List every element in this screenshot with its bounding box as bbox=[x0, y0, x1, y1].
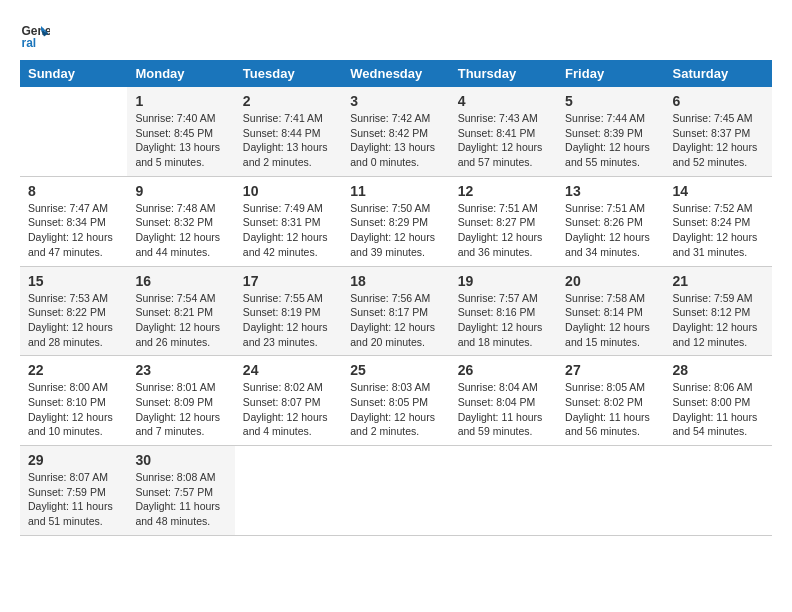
day-number: 17 bbox=[243, 273, 334, 289]
logo-icon: Gene ral bbox=[20, 20, 50, 50]
cell-content: Sunrise: 7:56 AM Sunset: 8:17 PM Dayligh… bbox=[350, 291, 441, 350]
calendar-cell: 28 Sunrise: 8:06 AM Sunset: 8:00 PM Dayl… bbox=[665, 356, 772, 446]
cell-content: Sunrise: 8:06 AM Sunset: 8:00 PM Dayligh… bbox=[673, 380, 764, 439]
calendar-cell: 5 Sunrise: 7:44 AM Sunset: 8:39 PM Dayli… bbox=[557, 87, 664, 176]
cell-content: Sunrise: 7:58 AM Sunset: 8:14 PM Dayligh… bbox=[565, 291, 656, 350]
svg-text:ral: ral bbox=[22, 36, 37, 50]
day-number: 16 bbox=[135, 273, 226, 289]
calendar-cell bbox=[342, 446, 449, 536]
calendar-cell bbox=[20, 87, 127, 176]
cell-content: Sunrise: 7:44 AM Sunset: 8:39 PM Dayligh… bbox=[565, 111, 656, 170]
calendar-cell: 21 Sunrise: 7:59 AM Sunset: 8:12 PM Dayl… bbox=[665, 266, 772, 356]
day-number: 22 bbox=[28, 362, 119, 378]
cell-content: Sunrise: 8:00 AM Sunset: 8:10 PM Dayligh… bbox=[28, 380, 119, 439]
column-header-tuesday: Tuesday bbox=[235, 60, 342, 87]
calendar-cell bbox=[450, 446, 557, 536]
day-number: 20 bbox=[565, 273, 656, 289]
calendar-cell: 26 Sunrise: 8:04 AM Sunset: 8:04 PM Dayl… bbox=[450, 356, 557, 446]
calendar-week-row: 22 Sunrise: 8:00 AM Sunset: 8:10 PM Dayl… bbox=[20, 356, 772, 446]
cell-content: Sunrise: 8:05 AM Sunset: 8:02 PM Dayligh… bbox=[565, 380, 656, 439]
cell-content: Sunrise: 7:48 AM Sunset: 8:32 PM Dayligh… bbox=[135, 201, 226, 260]
calendar-cell: 4 Sunrise: 7:43 AM Sunset: 8:41 PM Dayli… bbox=[450, 87, 557, 176]
column-header-sunday: Sunday bbox=[20, 60, 127, 87]
calendar-cell: 25 Sunrise: 8:03 AM Sunset: 8:05 PM Dayl… bbox=[342, 356, 449, 446]
cell-content: Sunrise: 7:54 AM Sunset: 8:21 PM Dayligh… bbox=[135, 291, 226, 350]
cell-content: Sunrise: 7:40 AM Sunset: 8:45 PM Dayligh… bbox=[135, 111, 226, 170]
calendar-cell: 29 Sunrise: 8:07 AM Sunset: 7:59 PM Dayl… bbox=[20, 446, 127, 536]
calendar-cell: 12 Sunrise: 7:51 AM Sunset: 8:27 PM Dayl… bbox=[450, 176, 557, 266]
day-number: 2 bbox=[243, 93, 334, 109]
cell-content: Sunrise: 7:50 AM Sunset: 8:29 PM Dayligh… bbox=[350, 201, 441, 260]
day-number: 1 bbox=[135, 93, 226, 109]
calendar-cell: 6 Sunrise: 7:45 AM Sunset: 8:37 PM Dayli… bbox=[665, 87, 772, 176]
calendar-cell: 3 Sunrise: 7:42 AM Sunset: 8:42 PM Dayli… bbox=[342, 87, 449, 176]
day-number: 30 bbox=[135, 452, 226, 468]
calendar-cell: 16 Sunrise: 7:54 AM Sunset: 8:21 PM Dayl… bbox=[127, 266, 234, 356]
cell-content: Sunrise: 7:47 AM Sunset: 8:34 PM Dayligh… bbox=[28, 201, 119, 260]
day-number: 6 bbox=[673, 93, 764, 109]
calendar-cell: 15 Sunrise: 7:53 AM Sunset: 8:22 PM Dayl… bbox=[20, 266, 127, 356]
day-number: 26 bbox=[458, 362, 549, 378]
calendar-cell: 24 Sunrise: 8:02 AM Sunset: 8:07 PM Dayl… bbox=[235, 356, 342, 446]
page-header: Gene ral bbox=[20, 20, 772, 50]
calendar-table: SundayMondayTuesdayWednesdayThursdayFrid… bbox=[20, 60, 772, 536]
calendar-cell: 30 Sunrise: 8:08 AM Sunset: 7:57 PM Dayl… bbox=[127, 446, 234, 536]
cell-content: Sunrise: 8:03 AM Sunset: 8:05 PM Dayligh… bbox=[350, 380, 441, 439]
day-number: 27 bbox=[565, 362, 656, 378]
calendar-cell: 10 Sunrise: 7:49 AM Sunset: 8:31 PM Dayl… bbox=[235, 176, 342, 266]
day-number: 24 bbox=[243, 362, 334, 378]
cell-content: Sunrise: 7:53 AM Sunset: 8:22 PM Dayligh… bbox=[28, 291, 119, 350]
cell-content: Sunrise: 8:08 AM Sunset: 7:57 PM Dayligh… bbox=[135, 470, 226, 529]
cell-content: Sunrise: 7:51 AM Sunset: 8:26 PM Dayligh… bbox=[565, 201, 656, 260]
calendar-week-row: 15 Sunrise: 7:53 AM Sunset: 8:22 PM Dayl… bbox=[20, 266, 772, 356]
calendar-cell: 14 Sunrise: 7:52 AM Sunset: 8:24 PM Dayl… bbox=[665, 176, 772, 266]
calendar-cell: 19 Sunrise: 7:57 AM Sunset: 8:16 PM Dayl… bbox=[450, 266, 557, 356]
day-number: 14 bbox=[673, 183, 764, 199]
day-number: 19 bbox=[458, 273, 549, 289]
calendar-cell: 1 Sunrise: 7:40 AM Sunset: 8:45 PM Dayli… bbox=[127, 87, 234, 176]
cell-content: Sunrise: 8:07 AM Sunset: 7:59 PM Dayligh… bbox=[28, 470, 119, 529]
cell-content: Sunrise: 8:04 AM Sunset: 8:04 PM Dayligh… bbox=[458, 380, 549, 439]
calendar-cell: 20 Sunrise: 7:58 AM Sunset: 8:14 PM Dayl… bbox=[557, 266, 664, 356]
day-number: 15 bbox=[28, 273, 119, 289]
day-number: 21 bbox=[673, 273, 764, 289]
calendar-cell bbox=[557, 446, 664, 536]
cell-content: Sunrise: 8:01 AM Sunset: 8:09 PM Dayligh… bbox=[135, 380, 226, 439]
day-number: 9 bbox=[135, 183, 226, 199]
calendar-cell: 8 Sunrise: 7:47 AM Sunset: 8:34 PM Dayli… bbox=[20, 176, 127, 266]
day-number: 12 bbox=[458, 183, 549, 199]
day-number: 3 bbox=[350, 93, 441, 109]
cell-content: Sunrise: 8:02 AM Sunset: 8:07 PM Dayligh… bbox=[243, 380, 334, 439]
calendar-week-row: 8 Sunrise: 7:47 AM Sunset: 8:34 PM Dayli… bbox=[20, 176, 772, 266]
day-number: 13 bbox=[565, 183, 656, 199]
calendar-week-row: 29 Sunrise: 8:07 AM Sunset: 7:59 PM Dayl… bbox=[20, 446, 772, 536]
calendar-cell: 23 Sunrise: 8:01 AM Sunset: 8:09 PM Dayl… bbox=[127, 356, 234, 446]
column-header-saturday: Saturday bbox=[665, 60, 772, 87]
calendar-cell: 9 Sunrise: 7:48 AM Sunset: 8:32 PM Dayli… bbox=[127, 176, 234, 266]
cell-content: Sunrise: 7:57 AM Sunset: 8:16 PM Dayligh… bbox=[458, 291, 549, 350]
header-row: SundayMondayTuesdayWednesdayThursdayFrid… bbox=[20, 60, 772, 87]
cell-content: Sunrise: 7:52 AM Sunset: 8:24 PM Dayligh… bbox=[673, 201, 764, 260]
column-header-monday: Monday bbox=[127, 60, 234, 87]
cell-content: Sunrise: 7:42 AM Sunset: 8:42 PM Dayligh… bbox=[350, 111, 441, 170]
day-number: 23 bbox=[135, 362, 226, 378]
cell-content: Sunrise: 7:51 AM Sunset: 8:27 PM Dayligh… bbox=[458, 201, 549, 260]
calendar-cell: 13 Sunrise: 7:51 AM Sunset: 8:26 PM Dayl… bbox=[557, 176, 664, 266]
column-header-thursday: Thursday bbox=[450, 60, 557, 87]
cell-content: Sunrise: 7:59 AM Sunset: 8:12 PM Dayligh… bbox=[673, 291, 764, 350]
calendar-week-row: 1 Sunrise: 7:40 AM Sunset: 8:45 PM Dayli… bbox=[20, 87, 772, 176]
day-number: 11 bbox=[350, 183, 441, 199]
logo: Gene ral bbox=[20, 20, 54, 50]
calendar-cell: 22 Sunrise: 8:00 AM Sunset: 8:10 PM Dayl… bbox=[20, 356, 127, 446]
calendar-cell: 11 Sunrise: 7:50 AM Sunset: 8:29 PM Dayl… bbox=[342, 176, 449, 266]
cell-content: Sunrise: 7:45 AM Sunset: 8:37 PM Dayligh… bbox=[673, 111, 764, 170]
cell-content: Sunrise: 7:41 AM Sunset: 8:44 PM Dayligh… bbox=[243, 111, 334, 170]
calendar-cell: 17 Sunrise: 7:55 AM Sunset: 8:19 PM Dayl… bbox=[235, 266, 342, 356]
day-number: 8 bbox=[28, 183, 119, 199]
calendar-cell bbox=[235, 446, 342, 536]
day-number: 10 bbox=[243, 183, 334, 199]
day-number: 25 bbox=[350, 362, 441, 378]
day-number: 28 bbox=[673, 362, 764, 378]
day-number: 5 bbox=[565, 93, 656, 109]
calendar-cell bbox=[665, 446, 772, 536]
